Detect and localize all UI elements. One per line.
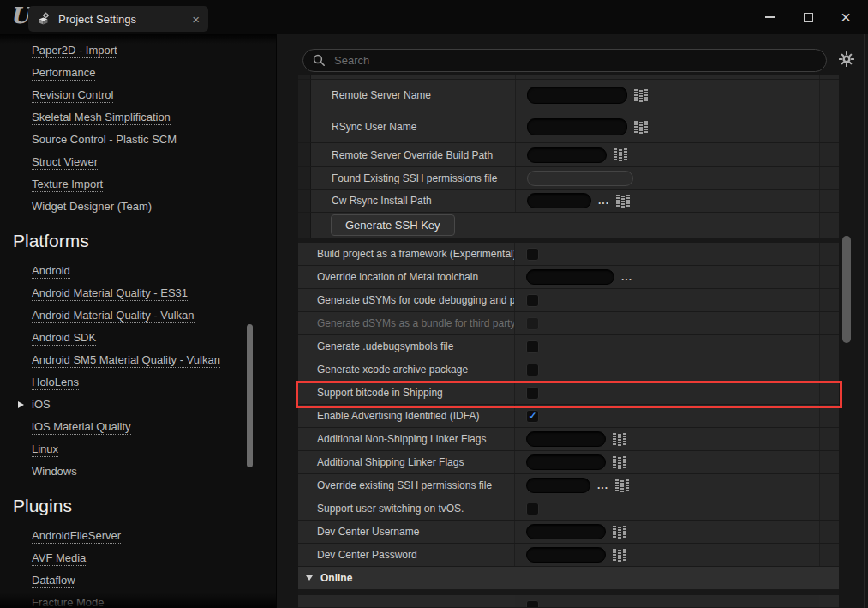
row-additional-non-shipping-linker-flags: Additional Non-Shipping Linker Flags bbox=[298, 428, 839, 451]
search-bar[interactable] bbox=[302, 49, 827, 72]
sidebar-scrollbar[interactable] bbox=[247, 324, 253, 467]
sidebar-item-paper2d-import[interactable]: Paper2D - Import bbox=[32, 39, 276, 62]
setting-label: Remote Server Name bbox=[332, 89, 431, 101]
ellipsis-browse-button[interactable]: ... bbox=[597, 481, 608, 490]
sidebar-item-linux[interactable]: Linux bbox=[32, 438, 276, 461]
dev-center-username-field[interactable] bbox=[526, 524, 606, 539]
checkbox-unchecked[interactable] bbox=[526, 340, 539, 353]
maximize-button[interactable] bbox=[789, 0, 827, 34]
reset-column bbox=[819, 75, 839, 79]
override-ssh-permissions-field[interactable] bbox=[526, 478, 590, 493]
ellipsis-browse-button[interactable]: ... bbox=[598, 196, 609, 205]
array-grid-icon[interactable] bbox=[615, 479, 630, 492]
sidebar-item-ios-material-quality[interactable]: iOS Material Quality bbox=[32, 416, 276, 438]
sidebar-item-dataflow[interactable]: Dataflow bbox=[32, 569, 276, 592]
override-build-path-field[interactable] bbox=[527, 147, 607, 163]
shipping-linker-flags-field[interactable] bbox=[526, 454, 606, 470]
maximize-icon bbox=[804, 13, 813, 22]
sidebar-item-source-control-plastic-scm[interactable]: Source Control - Plastic SCM bbox=[32, 129, 276, 151]
reset-column bbox=[819, 80, 839, 111]
sidebar-item-fracture-mode[interactable]: Fracture Mode bbox=[32, 592, 276, 608]
indent-gutter bbox=[298, 143, 311, 166]
row-enable-advertising-idfa: Enable Advertising Identified (IDFA) ✓ bbox=[298, 405, 839, 428]
settings-main-panel: Remote Server Name RSync User Name bbox=[276, 34, 868, 608]
setting-label: Dev Center Username bbox=[317, 526, 419, 538]
ios-expand-arrow-icon bbox=[18, 401, 24, 408]
reset-column bbox=[819, 497, 839, 520]
ellipsis-browse-button[interactable]: ... bbox=[621, 273, 632, 281]
sidebar-item-revision-control[interactable]: Revision Control bbox=[32, 84, 276, 106]
row-override-metal-toolchain: Override location of Metal toolchain ... bbox=[298, 266, 839, 289]
reset-column bbox=[819, 544, 839, 566]
checkbox-unchecked[interactable] bbox=[526, 294, 539, 307]
sidebar-item-android-mq-es31[interactable]: Android Material Quality - ES31 bbox=[32, 282, 276, 304]
setting-label: Enable Advertising Identified (IDFA) bbox=[317, 410, 479, 422]
setting-label: Override location of Metal toolchain bbox=[317, 271, 478, 283]
sidebar-item-android-sdk[interactable]: Android SDK bbox=[32, 327, 276, 349]
remote-server-name-field[interactable] bbox=[527, 87, 627, 104]
row-build-project-as-framework: Build project as a framework (Experiment… bbox=[298, 243, 839, 266]
panel-right-divider bbox=[864, 34, 865, 608]
sidebar-item-avf-media[interactable]: AVF Media bbox=[32, 547, 276, 569]
metal-toolchain-field[interactable] bbox=[526, 269, 614, 285]
cw-rsync-install-path-field[interactable] bbox=[527, 193, 591, 208]
array-grid-icon[interactable] bbox=[613, 456, 627, 469]
checkbox-unchecked[interactable] bbox=[526, 387, 539, 400]
array-grid-icon[interactable] bbox=[616, 195, 631, 208]
sidebar-item-ios-selected[interactable]: iOS bbox=[32, 394, 276, 416]
tab-project-settings[interactable]: Project Settings × bbox=[28, 6, 208, 32]
generate-ssh-key-button[interactable]: Generate SSH Key bbox=[331, 214, 455, 236]
reset-column bbox=[819, 190, 839, 212]
checkbox-unchecked[interactable] bbox=[526, 600, 539, 608]
row-cw-rsync-install-path: Cw Rsync Install Path ... bbox=[298, 190, 839, 213]
category-header-online[interactable]: Online bbox=[298, 567, 839, 590]
sidebar-item-texture-import[interactable]: Texture Import bbox=[32, 173, 276, 196]
sidebar-item-android-sm5-mq-vulkan[interactable]: Android SM5 Material Quality - Vulkan bbox=[32, 349, 276, 371]
sidebar-item-performance[interactable]: Performance bbox=[32, 62, 276, 84]
reset-column bbox=[819, 405, 839, 427]
reset-column bbox=[819, 213, 839, 238]
rsync-user-name-field[interactable] bbox=[527, 118, 627, 135]
sidebar-item-widget-designer[interactable]: Widget Designer (Team) bbox=[32, 196, 276, 218]
checkbox-unchecked[interactable] bbox=[526, 364, 539, 376]
sidebar-nav: Paper2D - Import Performance Revision Co… bbox=[0, 34, 276, 608]
non-shipping-linker-flags-field[interactable] bbox=[526, 431, 606, 447]
reset-column bbox=[819, 474, 839, 497]
settings-sidebar: Paper2D - Import Performance Revision Co… bbox=[0, 34, 276, 608]
sidebar-item-androidfileserver[interactable]: AndroidFileServer bbox=[32, 525, 276, 547]
array-grid-icon[interactable] bbox=[613, 433, 627, 446]
checkbox-unchecked[interactable] bbox=[526, 503, 539, 515]
sidebar-item-windows[interactable]: Windows bbox=[32, 461, 276, 483]
settings-table: Remote Server Name RSync User Name bbox=[298, 75, 839, 608]
row-support-user-switching-tvos: Support user switching on tvOS. bbox=[298, 497, 839, 521]
minimize-icon bbox=[765, 16, 775, 18]
tab-close-icon[interactable]: × bbox=[192, 13, 200, 26]
sidebar-item-android[interactable]: Android bbox=[32, 260, 276, 282]
tab-title: Project Settings bbox=[58, 13, 192, 26]
section-header-plugins: Plugins bbox=[13, 494, 276, 517]
search-input[interactable] bbox=[332, 53, 817, 68]
array-grid-icon[interactable] bbox=[614, 148, 628, 161]
sidebar-item-struct-viewer[interactable]: Struct Viewer bbox=[32, 151, 276, 173]
dev-center-password-field[interactable] bbox=[526, 547, 606, 563]
sidebar-item-android-mq-vulkan[interactable]: Android Material Quality - Vulkan bbox=[32, 304, 276, 327]
row-dev-center-password: Dev Center Password bbox=[298, 544, 839, 567]
checkbox-unchecked[interactable] bbox=[526, 248, 539, 261]
checkbox-checked[interactable]: ✓ bbox=[526, 410, 539, 423]
array-grid-icon[interactable] bbox=[634, 89, 649, 102]
settings-scrollbar[interactable] bbox=[842, 236, 851, 343]
array-grid-icon[interactable] bbox=[634, 121, 649, 134]
array-grid-icon[interactable] bbox=[613, 549, 627, 562]
row-support-bitcode-in-shipping: Support bitcode in Shipping bbox=[298, 382, 839, 405]
minimize-button[interactable] bbox=[751, 0, 789, 34]
close-button[interactable]: × bbox=[827, 0, 865, 34]
row-remote-server-override-build-path: Remote Server Override Build Path bbox=[298, 143, 839, 167]
collapse-arrow-icon bbox=[306, 575, 313, 581]
settings-gear-icon[interactable] bbox=[838, 51, 855, 68]
array-grid-icon[interactable] bbox=[613, 526, 627, 539]
search-icon bbox=[313, 54, 326, 67]
sidebar-item-hololens[interactable]: HoloLens bbox=[32, 371, 276, 394]
setting-label: Support user switching on tvOS. bbox=[317, 503, 464, 515]
project-settings-window: U Project Settings × × Paper2D - Import bbox=[0, 0, 868, 608]
sidebar-item-skeletal-mesh-simplification[interactable]: Skeletal Mesh Simplification bbox=[32, 106, 276, 129]
